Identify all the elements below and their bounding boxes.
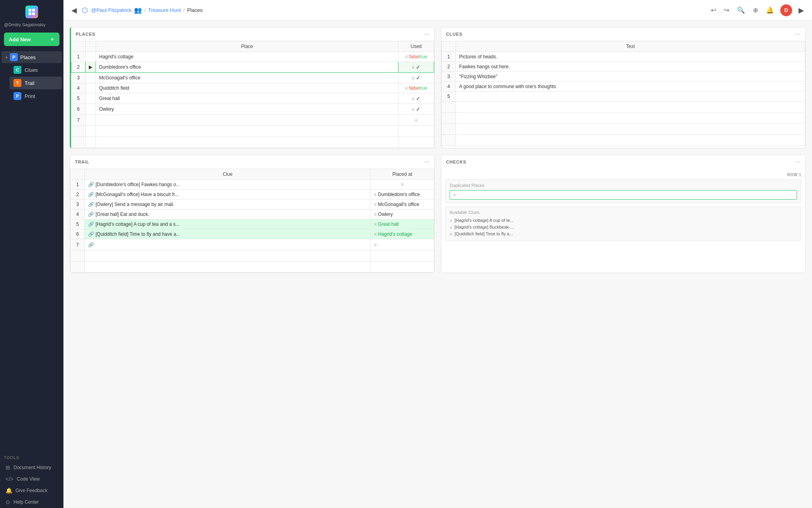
chevron-down-icon: ▾ — [6, 55, 8, 60]
row-expand-icon: ≡ — [374, 192, 377, 197]
table-row[interactable]: 5 🔗[Hagrid's cottage] A cup of tea and a… — [71, 219, 434, 229]
topbar: ◀ ⬡ @Paul Fitzpatrick 👥 / Treasure Hunt … — [63, 0, 812, 21]
link-icon: 🔗 — [88, 202, 94, 207]
sidebar: @Dmitry Sagalovskiy Add New ＋ ▾ P Places… — [0, 0, 63, 508]
breadcrumb-project[interactable]: Treasure Hunt — [148, 7, 181, 13]
sidebar-item-clues[interactable]: C Clues — [10, 64, 62, 76]
expand-icon: ≡ — [453, 192, 456, 197]
table-row[interactable]: 4 🔗[Great hall] Eat and duck. ≡ Owlery — [71, 210, 434, 219]
tools-section: TOOLS ⊞ Document History </> Code View 🔔… — [0, 451, 63, 508]
row-expand-icon: ≡ — [374, 221, 377, 227]
notification-button[interactable]: 🔔 — [764, 5, 776, 15]
table-row[interactable]: 3 "Fizzing Whizbee" — [442, 72, 805, 82]
add-new-button[interactable]: Add New ＋ — [4, 33, 59, 46]
table-row[interactable] — [442, 113, 805, 124]
give-feedback-item[interactable]: 🔔 Give Feedback — [2, 485, 62, 496]
places-table: Place Used 1 Hagrid's cottage ≡ falsetru… — [71, 41, 434, 148]
back-button[interactable]: ◀ — [70, 4, 79, 16]
table-row[interactable] — [442, 102, 805, 113]
clues-row-num-header — [442, 41, 456, 52]
trail-menu-button[interactable]: ··· — [424, 158, 429, 165]
document-history-icon: ⊞ — [6, 464, 10, 471]
table-row[interactable]: 1 Pictures of heads. — [442, 52, 805, 62]
redo-button[interactable]: ↪ — [722, 5, 731, 15]
search-button[interactable]: 🔍 — [735, 5, 747, 15]
help-center-item[interactable]: ⊙ Help Center — [2, 496, 62, 508]
places-row-num-header — [71, 41, 86, 52]
checks-menu-button[interactable]: ··· — [795, 158, 801, 165]
list-item: ≡ [Hagrid's cottage] Buckbeak-... — [450, 224, 797, 231]
table-row[interactable] — [71, 137, 434, 148]
avatar[interactable]: D — [780, 4, 792, 16]
clues-panel-header: CLUES ··· — [441, 27, 805, 41]
app-logo — [25, 6, 38, 18]
expand-icon: ≡ — [450, 225, 452, 230]
row-expand-icon: ≡ — [405, 54, 408, 60]
clues-icon: C — [13, 66, 21, 74]
table-row[interactable]: 1 Hagrid's cottage ≡ falsetrue — [71, 52, 434, 62]
undo-button[interactable]: ↩ — [709, 5, 718, 15]
table-row[interactable]: 5 — [442, 92, 805, 102]
code-view-item[interactable]: </> Code View — [2, 473, 62, 485]
layers-icon: ⬡ — [82, 6, 88, 15]
row-expand-icon: ≡ — [374, 242, 377, 248]
trail-placed-at-header: Placed at — [371, 169, 434, 180]
table-row[interactable] — [71, 262, 434, 273]
row-expand-icon: ≡ — [412, 65, 414, 70]
places-arrow-header — [86, 41, 96, 52]
trail-panel-header: TRAIL ··· — [70, 155, 434, 169]
row-expand-icon: ≡ — [374, 231, 377, 237]
places-menu-button[interactable]: ··· — [424, 31, 429, 38]
table-row[interactable]: 2 Fawkes hangs out here. — [442, 62, 805, 72]
clues-panel: CLUES ··· Text 1 Pictures of heads. — [441, 27, 806, 148]
link-icon: 🔗 — [88, 182, 94, 187]
table-row[interactable]: 2 🔗[McGonagall's office] Have a biscuit … — [71, 190, 434, 200]
row-expand-icon: ≡ — [412, 96, 414, 102]
table-row[interactable]: 6 🔗[Quidditch field] Time to fly and hav… — [71, 229, 434, 239]
breadcrumb-user[interactable]: @Paul Fitzpatrick — [91, 7, 132, 13]
trail-table: Clue Placed at 1 🔗[Dumbledore's office] … — [70, 169, 434, 273]
share-button[interactable]: ⊕ — [751, 5, 760, 15]
checks-panel-title: CHECKS — [446, 160, 466, 164]
row-expand-icon: ≡ — [412, 75, 414, 81]
table-row[interactable]: 6 Owlery ≡ ✓ — [71, 104, 434, 115]
sidebar-item-trail[interactable]: T Trail — [10, 77, 62, 89]
feedback-icon: 🔔 — [6, 487, 12, 494]
list-item: ≡ [Hagrid's cottage] A cup of te... — [450, 217, 797, 224]
table-row[interactable]: 3 McGonagall's office ≡ ✓ — [71, 73, 434, 83]
row-expand-icon: ≡ — [405, 85, 408, 91]
table-row[interactable]: 3 🔗[Owlery] Send a message by air mail. … — [71, 200, 434, 210]
sidebar-item-print[interactable]: P Print — [10, 90, 62, 102]
table-row[interactable]: 7 🔗 ≡ — [71, 239, 434, 250]
duplicated-places-input[interactable]: ≡ — [450, 190, 797, 200]
row-expand-icon: ≡ — [412, 107, 414, 112]
table-row[interactable]: 4 A good place to commune with one's tho… — [442, 82, 805, 92]
table-row[interactable]: 5 Great hall ≡ ✓ — [71, 93, 434, 104]
table-row[interactable] — [442, 124, 805, 135]
document-history-item[interactable]: ⊞ Document History — [2, 462, 62, 473]
breadcrumb-sep2: / — [183, 7, 185, 13]
help-icon: ⊙ — [6, 499, 10, 505]
table-row[interactable] — [71, 250, 434, 262]
table-row[interactable]: 2 ▶ Dumbledore's office ≡ ✓ — [71, 62, 434, 73]
row-expand-icon: ≡ — [401, 182, 404, 187]
list-item: ≡ [Quidditch field] Time to fly a... — [450, 231, 797, 237]
places-used-header: Used — [398, 41, 434, 52]
table-row[interactable]: 7 ≡ — [71, 115, 434, 126]
clues-table: Text 1 Pictures of heads. 2 Fawkes hangs… — [441, 41, 805, 146]
users-icon: 👥 — [134, 6, 142, 14]
user-label: @Dmitry Sagalovskiy — [0, 18, 63, 29]
trail-panel: TRAIL ··· Clue Placed at 1 🔗[Dumbledore'… — [70, 155, 435, 273]
collapse-button[interactable]: ▶ — [797, 4, 806, 16]
clues-text-header: Text — [456, 41, 805, 52]
trail-row-num-header — [71, 169, 85, 180]
table-row[interactable]: 4 Quidditch field ≡ falsetrue — [71, 83, 434, 93]
link-icon: 🔗 — [88, 242, 94, 248]
table-row[interactable]: 1 🔗[Dumbledore's office] Fawkes hangs o.… — [71, 180, 434, 190]
clues-menu-button[interactable]: ··· — [795, 31, 801, 38]
sidebar-item-places[interactable]: ▾ P Places — [2, 51, 62, 63]
clues-panel-title: CLUES — [446, 32, 462, 37]
table-row[interactable] — [71, 126, 434, 137]
tools-label: TOOLS — [0, 451, 63, 462]
table-row[interactable] — [442, 135, 805, 146]
